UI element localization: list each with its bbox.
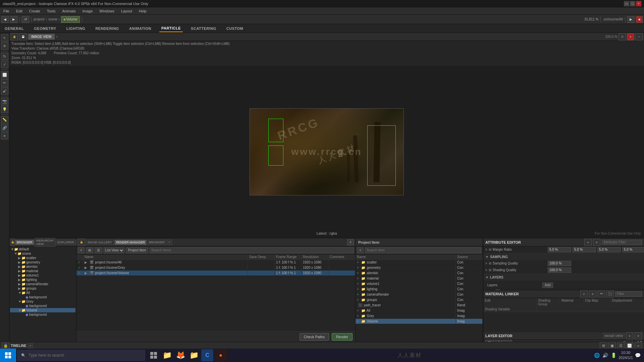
toolbar-play[interactable]: ▶ bbox=[627, 16, 635, 23]
battery-icon[interactable]: 🔋 bbox=[610, 352, 617, 359]
mb-close[interactable]: × bbox=[347, 239, 354, 245]
tool-align[interactable]: ≡ bbox=[1, 132, 8, 139]
render-row-3[interactable]: ✓ ▶ 🎬 project://scene/Volume 1 f: 100 f … bbox=[76, 270, 355, 276]
tree-item-volume-bg[interactable]: ◉ background bbox=[10, 312, 75, 317]
volume-icon-taskbar[interactable]: 🔊 bbox=[602, 352, 609, 359]
close-button[interactable]: × bbox=[636, 1, 641, 6]
tree-item-geometry[interactable]: ▶ 📁 geometry bbox=[10, 260, 75, 264]
taskbar-clock[interactable]: 10:30 2024/1/1 bbox=[619, 350, 633, 361]
tool-light[interactable]: 💡 bbox=[1, 106, 8, 113]
taskbar-file-explorer[interactable]: 📁 bbox=[161, 349, 173, 361]
mb-toggle-icons[interactable]: ⊞ bbox=[86, 247, 93, 253]
tree-item-volume[interactable]: ▼ 📁 Volume bbox=[10, 308, 75, 312]
image-canvas[interactable]: RRCG 人人素材 Latest : rgba For Non-Commerci… bbox=[9, 66, 644, 238]
render-row-1[interactable]: ✓ ▶ 🎬 project://scene/All 1 f: 100 f % 1… bbox=[76, 260, 355, 265]
tab-scattering[interactable]: SCATTERING bbox=[189, 25, 218, 32]
attr-icon-margin[interactable]: ≡ bbox=[485, 248, 487, 251]
ml-close[interactable]: × bbox=[589, 290, 596, 298]
mb-search-input[interactable] bbox=[150, 247, 354, 253]
mb-tab-gallery[interactable]: IMAGE GALLERY bbox=[86, 240, 114, 245]
il-groups[interactable]: + 📁 groups Con bbox=[356, 297, 483, 303]
minimize-button[interactable]: — bbox=[624, 1, 629, 6]
tree-item-grey-bg[interactable]: ◉ background bbox=[10, 304, 75, 308]
render-button[interactable]: Render bbox=[332, 333, 353, 341]
il-pathtracer[interactable]: ⬛ path_tracer Rend bbox=[356, 303, 483, 308]
il-lighting[interactable]: + 📁 lighting Con bbox=[356, 287, 483, 292]
network-icon[interactable]: 🌐 bbox=[593, 352, 600, 359]
margin-v4[interactable] bbox=[622, 247, 644, 252]
shq-icon2[interactable]: ⊞ bbox=[489, 268, 491, 272]
tree-item-grey[interactable]: ▼ 📁 Grey bbox=[10, 299, 75, 304]
sq-icon2[interactable]: ⊞ bbox=[489, 261, 491, 265]
tree-item-scatter[interactable]: ▶ 📁 scatter bbox=[10, 256, 75, 260]
tool-select[interactable]: ↖ bbox=[1, 34, 8, 42]
tab-rendering[interactable]: RENDERING bbox=[93, 25, 121, 32]
tab-animation[interactable]: ANIMATION bbox=[127, 25, 153, 32]
tool-paint[interactable]: ✏ bbox=[1, 79, 8, 86]
tool-camera[interactable]: 📷 bbox=[1, 98, 8, 105]
browser-tab-hierarchy[interactable]: HIERARCHY VIEW bbox=[35, 238, 56, 247]
margin-v1[interactable] bbox=[548, 247, 571, 252]
il-grey[interactable]: + 📁 Grey Imag bbox=[356, 313, 483, 319]
ml-add[interactable]: + bbox=[580, 290, 588, 298]
tl-add[interactable]: + bbox=[28, 343, 33, 349]
taskbar-firefox[interactable]: 🦊 bbox=[174, 349, 186, 361]
il-scatter[interactable]: + 📁 scatter Con bbox=[356, 260, 483, 265]
menu-help[interactable]: Help bbox=[138, 8, 148, 14]
browser-tab-explorer[interactable]: EXPLORER bbox=[56, 240, 75, 245]
attr-add[interactable]: + bbox=[584, 239, 592, 246]
tree-item-material[interactable]: ▶ 📁 material bbox=[10, 269, 75, 273]
mb-tab-add[interactable]: + bbox=[167, 240, 172, 245]
le-tab-imageview[interactable]: IMAGE VIEW bbox=[603, 333, 625, 339]
toolbar-refresh[interactable]: ↺ bbox=[22, 16, 29, 23]
attr-close[interactable]: × bbox=[593, 239, 600, 246]
taskbar-app5[interactable]: C bbox=[201, 349, 213, 361]
le-close[interactable]: × bbox=[635, 332, 642, 340]
ml-icon2[interactable]: ⬛ bbox=[606, 290, 614, 298]
search-input[interactable] bbox=[29, 353, 141, 358]
il-geometry[interactable]: + 📁 geometry Con bbox=[356, 265, 483, 270]
attr-icon-margin2[interactable]: ⊞ bbox=[489, 248, 491, 251]
sampling-header[interactable]: ▼ SAMPLING bbox=[483, 253, 644, 260]
tool-snap[interactable]: 🔗 bbox=[1, 124, 8, 131]
mb-tab-render[interactable]: RENDER MANAGER bbox=[114, 240, 147, 245]
tool-move[interactable]: ✛ bbox=[1, 42, 8, 50]
mb-project-item[interactable]: Project Item bbox=[126, 247, 148, 253]
le-blend-select[interactable]: Normal bbox=[485, 340, 512, 342]
menu-file[interactable]: File bbox=[2, 8, 11, 14]
mb-tab-browser[interactable]: BROWSER bbox=[147, 240, 166, 245]
tree-item-all-bg[interactable]: ◉ background bbox=[10, 295, 75, 299]
tree-item-lighting[interactable]: ▶ 📁 lighting bbox=[10, 278, 75, 282]
mb-add[interactable]: + bbox=[78, 247, 85, 253]
tab-lighting[interactable]: LIGHTING bbox=[64, 25, 88, 32]
menu-tools[interactable]: Tools bbox=[46, 8, 57, 14]
il-volume1[interactable]: + 📁 volume1 Con bbox=[356, 281, 483, 287]
tab-general[interactable]: GENERAL bbox=[3, 25, 26, 32]
shq-icon1[interactable]: ≡ bbox=[485, 268, 487, 272]
maximize-button[interactable]: □ bbox=[630, 1, 635, 6]
tool-box[interactable]: ⬜ bbox=[1, 71, 8, 78]
mb-toggle-list[interactable]: ☰ bbox=[95, 247, 102, 253]
il-camerarender[interactable]: + 📁 cameraRender Con bbox=[356, 292, 483, 297]
menu-layout[interactable]: Layout bbox=[120, 8, 133, 14]
taskbar-search-box[interactable]: 🔍 bbox=[17, 350, 145, 361]
le-add[interactable]: + bbox=[626, 332, 633, 340]
tab-geometry[interactable]: GEOMETRY bbox=[32, 25, 58, 32]
iv-save[interactable]: 💾 bbox=[19, 33, 27, 41]
taskbar-app6[interactable]: ● bbox=[215, 349, 227, 361]
menu-edit[interactable]: Edit bbox=[15, 8, 24, 14]
il-alembic[interactable]: + 📁 alembic Con bbox=[356, 270, 483, 276]
menu-animate[interactable]: Animate bbox=[61, 8, 77, 14]
menu-image[interactable]: Image bbox=[81, 8, 94, 14]
mb-lock[interactable]: 🔒 bbox=[78, 239, 85, 246]
shq-input[interactable] bbox=[548, 267, 571, 273]
tree-item-volume1[interactable]: ▶ 📁 volume1 bbox=[10, 273, 75, 278]
iv-record[interactable]: ● bbox=[627, 33, 634, 41]
il-all[interactable]: + 📁 All Imag bbox=[356, 308, 483, 313]
tree-item-default[interactable]: ▼ 📁 default bbox=[10, 247, 75, 251]
menu-create[interactable]: Create bbox=[28, 8, 42, 14]
start-button[interactable] bbox=[0, 349, 16, 362]
iv-close-btn[interactable]: × bbox=[635, 33, 643, 41]
iv-tab-image[interactable]: IMAGE VIEW bbox=[28, 34, 55, 40]
tool-measure[interactable]: 📏 bbox=[1, 116, 8, 123]
